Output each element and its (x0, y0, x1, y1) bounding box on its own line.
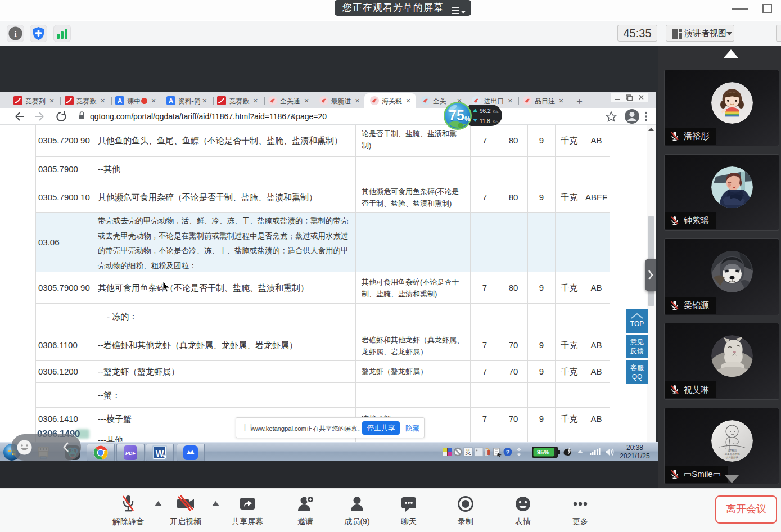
svg-text:95%: 95% (537, 449, 549, 456)
svg-text:没?是丙: 没?是丙 (728, 449, 737, 452)
svg-text:A: A (168, 97, 173, 105)
svg-text:?: ? (506, 449, 510, 456)
svg-text:i: i (14, 29, 16, 38)
svg-text:%: % (464, 115, 471, 123)
svg-text:PDF: PDF (125, 450, 136, 456)
svg-text:这是养养的我: 这是养养的我 (725, 452, 741, 456)
svg-text:qgtong.com/portal/qgdata/tarif: qgtong.com/portal/qgdata/tariff/aid/1186… (90, 112, 327, 121)
svg-text:75: 75 (449, 107, 464, 123)
svg-text:11.8: 11.8 (480, 118, 490, 124)
svg-text:96.2: 96.2 (480, 108, 491, 114)
svg-text:W: W (155, 449, 164, 458)
svg-text:K/s: K/s (493, 109, 499, 114)
svg-text:以后好好的: 以后好好的 (726, 456, 739, 459)
svg-text:英: 英 (465, 449, 471, 456)
svg-text:A: A (118, 97, 123, 105)
svg-text:K/s: K/s (493, 119, 499, 124)
